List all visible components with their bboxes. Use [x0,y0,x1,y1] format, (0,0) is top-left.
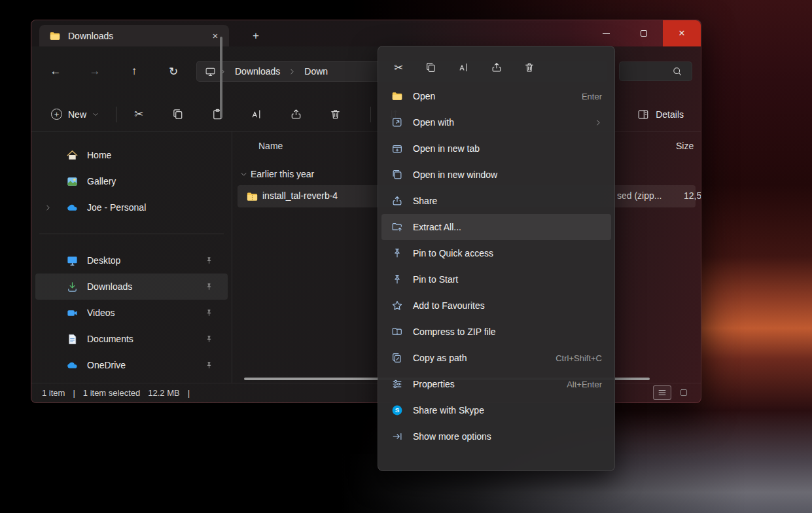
pin-icon [391,247,404,260]
chevron-down-icon [92,111,99,118]
menu-item-extract-all[interactable]: Extract All... [381,214,611,240]
new-label: New [68,109,86,120]
sidebar-item-gallery[interactable]: Gallery [35,168,228,194]
status-separator: | [188,388,190,398]
menu-item-add-favourites[interactable]: Add to Favourites [381,292,611,319]
breadcrumb-downloads[interactable]: Downloads [229,66,286,77]
minimize-button[interactable] [587,20,625,46]
menu-item-pin-to-start[interactable]: Pin to Start [381,266,611,292]
details-view-button[interactable] [653,385,671,400]
videos-icon [65,306,79,319]
sidebar-item-label: OneDrive [87,360,126,370]
delete-button[interactable] [517,56,542,79]
menu-item-share[interactable]: Share [381,188,611,214]
rename-button[interactable] [243,103,270,126]
maximize-icon [641,30,647,37]
chevron-right-icon [289,68,296,75]
tab-title: Downloads [68,31,113,41]
sidebar-item-home[interactable]: Home [35,142,228,168]
pin-icon [205,283,213,291]
status-separator: | [73,388,75,398]
menu-item-compress-zip[interactable]: Compress to ZIP file [381,319,611,345]
copy-button[interactable] [419,56,444,79]
menu-item-open[interactable]: Open Enter [381,83,611,109]
menu-item-label: Open in new tab [413,143,480,154]
back-button[interactable]: ← [44,60,67,82]
toolbar-separator [116,107,116,122]
plus-icon: + [51,109,62,120]
file-size-truncated: 12,5 [684,190,701,201]
sidebar-item-videos[interactable]: Videos [35,300,228,326]
menu-item-show-more-options[interactable]: Show more options [381,423,611,450]
context-menu: ✂ Open Enter Open with Open in new tab [378,46,615,471]
menu-item-label: Properties [413,379,455,389]
up-button[interactable]: ↑ [123,60,145,82]
refresh-button[interactable]: ↻ [162,60,185,82]
titlebar: Downloads × + × [31,20,701,46]
sidebar-item-downloads[interactable]: Downloads [35,274,228,300]
menu-item-pin-quick-access[interactable]: Pin to Quick access [381,240,611,266]
share-button[interactable] [283,103,309,126]
this-pc-icon [203,65,217,78]
search-icon [671,65,684,78]
pin-icon [205,256,213,265]
menu-item-open-new-window[interactable]: Open in new window [381,162,611,188]
details-label: Details [656,109,684,120]
new-button[interactable]: + New [43,103,107,126]
context-menu-quick-actions: ✂ [378,46,614,83]
sidebar-item-label: Desktop [87,255,120,266]
menu-item-shortcut: Alt+Enter [567,380,602,389]
menu-item-label: Compress to ZIP file [413,327,496,337]
paste-button[interactable] [204,103,230,126]
rename-button[interactable] [451,56,476,79]
cut-button[interactable]: ✂ [126,103,152,126]
sidebar-item-label: Home [87,150,111,160]
menu-item-label: Add to Favourites [413,300,485,311]
menu-item-properties[interactable]: Properties Alt+Enter [381,371,611,397]
open-with-icon [391,116,404,129]
selection-size: 12.2 MB [148,388,179,398]
folder-icon [48,29,62,43]
documents-icon [65,332,79,345]
menu-item-label: Copy as path [413,353,467,363]
maximize-button[interactable] [625,20,663,46]
search-box[interactable] [619,62,692,81]
menu-item-label: Open [413,91,435,101]
menu-item-label: Open with [413,117,454,128]
sidebar-item-onedrive[interactable]: OneDrive [35,352,228,378]
star-icon [391,299,404,312]
details-pane-button[interactable]: Details [630,103,690,126]
tab-downloads[interactable]: Downloads × [39,25,229,46]
sidebar-item-desktop[interactable]: Desktop [35,247,228,274]
chevron-down-icon[interactable] [240,171,247,178]
close-button[interactable]: × [663,20,701,46]
sidebar-item-documents[interactable]: Documents [35,326,228,352]
share-button[interactable] [484,56,509,79]
copy-path-icon [391,351,404,364]
column-header-name[interactable]: Name [258,141,283,151]
menu-item-share-skype[interactable]: S Share with Skype [381,397,611,423]
desktop-icon [65,254,79,267]
new-tab-button[interactable]: + [247,28,264,44]
column-header-size[interactable]: Size [676,141,694,151]
zip-folder-icon [245,190,258,203]
details-pane-icon [637,108,650,121]
selection-count: 1 item selected [83,388,140,398]
menu-item-open-with[interactable]: Open with [381,109,611,135]
sidebar-item-onedrive-personal[interactable]: Joe - Personal [35,194,228,221]
onedrive-cloud-icon [65,201,79,214]
delete-button[interactable] [322,103,348,126]
thumbnail-view-button[interactable] [675,385,693,400]
menu-item-copy-as-path[interactable]: Copy as path Ctrl+Shift+C [381,345,611,371]
forward-button[interactable]: → [84,60,106,82]
sidebar-scrollbar[interactable] [220,37,222,118]
copy-button[interactable] [165,103,191,126]
show-more-icon [391,430,404,443]
chevron-right-icon[interactable] [44,204,52,211]
breadcrumb-current[interactable]: Down [298,66,334,77]
menu-item-open-new-tab[interactable]: Open in new tab [381,135,611,162]
extract-all-icon [391,221,404,234]
menu-item-label: Show more options [413,431,491,442]
cut-button[interactable]: ✂ [386,56,411,79]
skype-icon: S [391,404,404,417]
